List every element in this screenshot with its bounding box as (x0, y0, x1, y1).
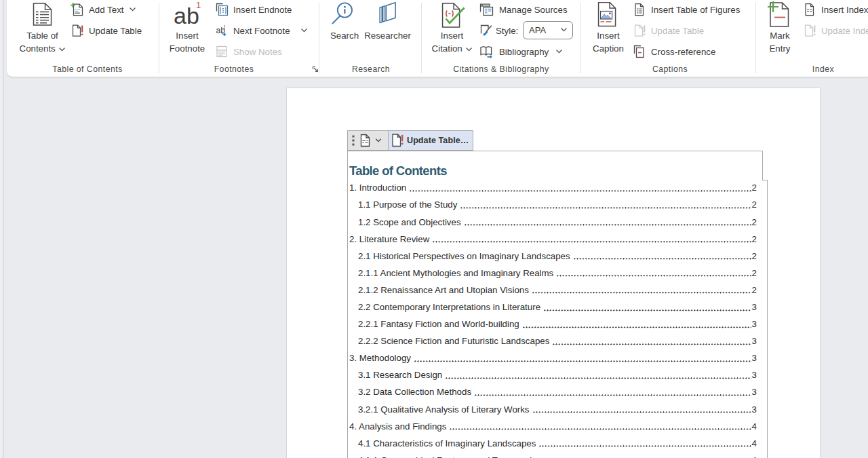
researcher-button[interactable]: Researcher (364, 0, 411, 42)
style-value: APA (529, 25, 559, 35)
toc-entry-text: 3.2 Data Collection Methods (349, 387, 471, 397)
style-icon (479, 24, 494, 38)
show-notes-label: Show Notes (233, 47, 282, 57)
svg-text:ab: ab (216, 25, 226, 35)
toc-entry-page: 4 (752, 421, 757, 432)
toc-entry[interactable]: 2.1 Historical Perspectives on Imaginary… (349, 248, 757, 265)
update-table-button[interactable]: Update Table (71, 22, 142, 39)
toc-title[interactable]: Table of Contents (349, 164, 447, 178)
style-row: Style: (479, 22, 518, 39)
group-label-index: Index (812, 64, 834, 75)
insert-caption-label-2: Caption (593, 43, 624, 54)
group-separator (580, 3, 581, 73)
table-of-contents-icon (31, 0, 54, 29)
word-window: Table of Contents Add Text (0, 0, 868, 458)
toc-entry[interactable]: 1.1 Purpose of the Study 2 (349, 196, 757, 213)
toc-entry-text: 3. Methodology (349, 353, 411, 363)
cross-reference-button[interactable]: Cross-reference (633, 43, 715, 60)
group-label-footnotes: Footnotes (214, 64, 254, 75)
toc-entry-page: 3 (752, 353, 757, 363)
manage-sources-button[interactable]: Manage Sources (479, 1, 568, 18)
toc-content-control-tab: Update Table… (347, 130, 473, 151)
toc-entry[interactable]: 3.2 Data Collection Methods 3 (349, 383, 757, 400)
toc-update-table-button[interactable]: Update Table… (388, 131, 473, 150)
toc-entry-page: 3 (752, 319, 757, 329)
mark-entry-icon (766, 0, 793, 29)
insert-table-of-figures-icon (633, 3, 647, 17)
toc-entry[interactable]: 1.2 Scope and Objectives 2 (349, 213, 757, 230)
toc-entry[interactable]: 2.1.2 Renaissance Art and Utopian Vision… (349, 282, 757, 299)
toc-entry-page: 3 (752, 387, 757, 397)
toc-entry-page: 2 (752, 251, 757, 261)
toc-entry[interactable]: 4.1.1 Geographical Features and Topograp… (349, 452, 757, 458)
toc-dot-leader (539, 445, 751, 447)
bibliography-button[interactable]: Bibliography (479, 43, 562, 60)
mark-entry-button[interactable]: Mark Entry (766, 0, 793, 55)
toc-entry[interactable]: 3.2.1 Qualitative Analysis of Literary W… (349, 401, 757, 418)
insert-caption-button[interactable]: Insert Caption (593, 0, 624, 55)
search-icon (331, 0, 358, 29)
search-button[interactable]: Search (330, 0, 359, 42)
chevron-down-icon[interactable] (375, 138, 382, 142)
chevron-down-icon (130, 7, 136, 12)
insert-citation-button[interactable]: Insert Citation (432, 0, 473, 55)
toc-entry-text: 2.2.1 Fantasy Fiction and World-building (349, 319, 519, 329)
insert-index-button[interactable]: Insert Index (803, 1, 868, 18)
toc-entry[interactable]: 4. Analysis and Findings 4 (349, 418, 757, 435)
toc-dot-leader (544, 309, 751, 311)
toc-entry-text: 1.2 Scope and Objectives (349, 217, 461, 227)
toc-entry-text: 3.2.1 Qualitative Analysis of Literary W… (349, 404, 530, 415)
next-footnote-button[interactable]: ab Next Footnote (215, 22, 307, 39)
style-label: Style: (496, 26, 518, 36)
toc-dot-leader (433, 241, 751, 243)
toc-entry[interactable]: 4.1 Characteristics of Imaginary Landsca… (349, 435, 757, 452)
add-text-button[interactable]: Add Text (71, 1, 136, 18)
group-label-citations: Citations & Bibliography (453, 64, 549, 75)
toc-big-label-2: Contents (20, 43, 56, 54)
toc-entry[interactable]: 2. Literature Review 2 (349, 231, 757, 248)
bibliography-icon (479, 45, 495, 59)
add-text-icon (71, 3, 85, 17)
update-index-button[interactable]: Update Index (803, 22, 868, 39)
toc-entry[interactable]: 2.2 Contemporary Interpretations in Lite… (349, 299, 757, 316)
researcher-label: Researcher (364, 31, 411, 41)
toc-entry-page: 2 (752, 268, 757, 278)
insert-footnote-label-1: Insert (176, 31, 198, 41)
insert-citation-label-1: Insert (441, 31, 463, 41)
insert-endnote-label: Insert Endnote (233, 5, 292, 15)
update-index-icon (803, 24, 817, 38)
toc-entry[interactable]: 2.2.2 Science Fiction and Futuristic Lan… (349, 332, 757, 349)
toc-menu-icon[interactable] (359, 134, 371, 147)
update-table-icon (391, 133, 405, 148)
show-notes-button[interactable]: Show Notes (215, 43, 282, 60)
chevron-down-icon (301, 28, 307, 33)
style-combobox[interactable]: APA (523, 21, 573, 39)
toc-entry-text: 4.1.1 Geographical Features and Topograp… (349, 455, 539, 458)
update-table-captions-label: Update Table (651, 26, 704, 36)
toc-entry-page: 2 (752, 285, 757, 295)
group-separator (319, 3, 319, 73)
toc-dot-leader (446, 377, 751, 379)
toc-entry-page: 2 (752, 217, 757, 227)
toc-entry[interactable]: 3.1 Research Design 3 (349, 366, 757, 383)
update-index-label: Update Index (821, 26, 868, 36)
drag-handle-icon[interactable] (351, 134, 355, 147)
toc-entry[interactable]: 2.2.1 Fantasy Fiction and World-building… (349, 316, 757, 332)
update-table-captions-button[interactable]: Update Table (633, 22, 704, 39)
insert-footnote-button[interactable]: ab 1 Insert Footnote (170, 0, 205, 55)
toc-entry[interactable]: 2.1.1 Ancient Mythologies and Imaginary … (349, 265, 757, 282)
toc-entry-page: 3 (752, 302, 757, 312)
toc-entry[interactable]: 1. Introduction 2 (349, 179, 757, 196)
document-page[interactable]: Update Table… Table of Contents 1. Intro… (286, 88, 821, 458)
toc-entry-text: 2.1.1 Ancient Mythologies and Imaginary … (349, 268, 553, 278)
toc-dot-leader (574, 258, 751, 260)
insert-citation-icon (437, 0, 466, 29)
insert-endnote-button[interactable]: Insert Endnote (215, 1, 292, 18)
mark-entry-label-1: Mark (770, 31, 790, 41)
insert-table-of-figures-button[interactable]: Insert Table of Figures (633, 1, 740, 18)
toc-dot-leader (557, 275, 751, 277)
table-of-contents-button[interactable]: Table of Contents (20, 0, 66, 55)
search-label: Search (330, 31, 359, 41)
chevron-down-icon (59, 47, 65, 52)
toc-entry[interactable]: 3. Methodology 3 (349, 349, 757, 366)
